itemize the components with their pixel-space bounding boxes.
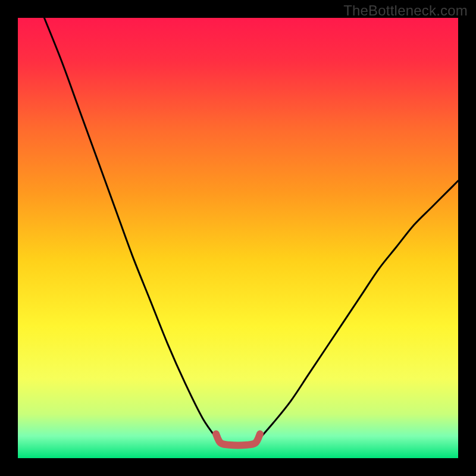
gradient-background xyxy=(18,18,458,458)
chart-frame: TheBottleneck.com xyxy=(0,0,476,476)
bottleneck-chart xyxy=(0,0,476,476)
watermark-text: TheBottleneck.com xyxy=(343,2,468,19)
